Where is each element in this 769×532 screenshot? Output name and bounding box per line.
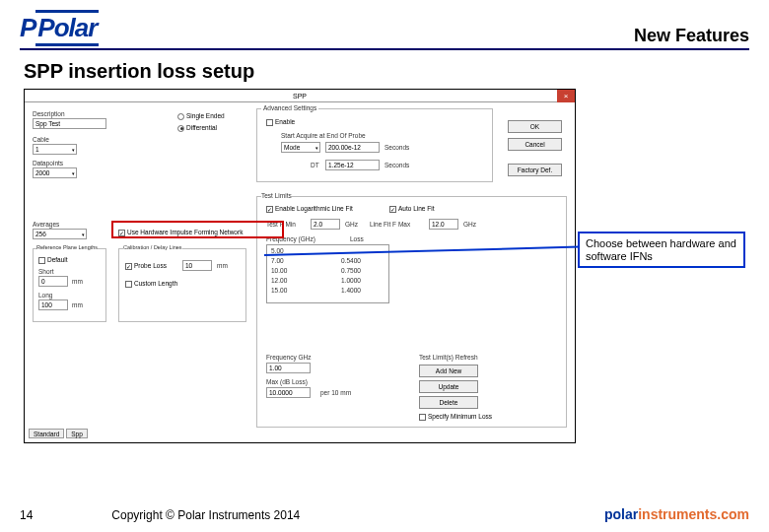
calibration-label: Calibration / Delay Lines <box>123 244 182 250</box>
enable-checkbox[interactable]: Enable <box>266 118 295 126</box>
table-row: 10.00 <box>271 267 287 274</box>
new-features-label: New Features <box>634 26 749 46</box>
datapoints-label: Datapoints <box>33 160 63 166</box>
seconds-label-2: Seconds <box>384 162 409 168</box>
table-row: 7.00 <box>271 257 284 264</box>
start-value-input[interactable]: 200.00e-12 <box>325 142 380 153</box>
description-input[interactable]: Spp Test <box>33 118 106 129</box>
mode-select[interactable]: Mode <box>281 142 320 153</box>
per10mm-label: per 10 mm <box>320 389 351 396</box>
ref-plane-label: Reference Plane Lengths <box>36 244 98 250</box>
seconds-label-1: Seconds <box>384 144 409 151</box>
advanced-settings-label: Advanced Settings <box>261 104 318 111</box>
refresh-label: Test Limit(s) Refresh <box>419 354 478 361</box>
specmin-checkbox[interactable]: Specify Minimum Loss <box>419 413 492 421</box>
long-input[interactable]: 100 <box>38 299 68 310</box>
tab-standard[interactable]: Standard <box>29 429 64 438</box>
enable-logfit-checkbox[interactable]: ✓Enable Logarithmic Line Fit <box>266 205 353 213</box>
freqghz-label: Frequency GHz <box>266 354 312 361</box>
datapoints-select[interactable]: 2000 <box>33 167 77 178</box>
dialog-title: SPP <box>293 93 307 100</box>
custom-length-checkbox[interactable]: Custom Length <box>125 280 177 288</box>
averages-select[interactable]: 256 <box>33 229 87 239</box>
calib-input[interactable]: 10 <box>182 260 212 271</box>
cancel-button[interactable]: Cancel <box>508 138 562 151</box>
cable-select[interactable]: 1 <box>33 144 77 155</box>
default-checkbox[interactable]: Default <box>38 256 68 264</box>
callout-box: Choose between hardware and software IFN… <box>578 232 745 268</box>
dt-label: DT <box>311 162 319 168</box>
maxdb-label: Max (dB Loss) <box>266 378 308 385</box>
loss-col-header: Loss <box>350 235 364 242</box>
ok-button[interactable]: OK <box>508 120 562 133</box>
logo: PPolar <box>20 10 99 46</box>
testfmin-input[interactable]: 2.0 <box>311 219 340 230</box>
page-title: SPP insertion loss setup <box>24 60 749 83</box>
tab-spp[interactable]: Spp <box>66 429 88 438</box>
page-number: 14 <box>20 508 33 522</box>
table-row: 15.00 <box>271 287 287 294</box>
close-button[interactable]: × <box>557 90 575 102</box>
long-label: Long <box>38 292 52 299</box>
factory-button[interactable]: Factory Def. <box>508 164 562 176</box>
delete-button[interactable]: Delete <box>419 396 478 409</box>
cable-label: Cable <box>33 136 49 143</box>
start-acquire-label: Start Acquire at End Of Probe <box>281 132 366 139</box>
brand-url: polarinstruments.com <box>604 506 749 522</box>
linefitmax-label: Line Fit F Max <box>370 221 410 228</box>
probe-loss-checkbox[interactable]: ✓Probe Loss <box>125 262 167 270</box>
spp-dialog: SPP × Description Spp Test Cable 1 Datap… <box>24 89 576 443</box>
addnew-button[interactable]: Add New <box>419 365 478 377</box>
mm-label-3: mm <box>217 262 228 269</box>
averages-label: Averages <box>33 221 59 228</box>
mm-label-1: mm <box>72 278 83 285</box>
header: PPolar New Features <box>20 10 749 50</box>
update-button[interactable]: Update <box>419 380 478 393</box>
dt-input[interactable]: 1.25e-12 <box>325 160 380 170</box>
ghz-label-1: GHz <box>345 221 358 228</box>
autoline-checkbox[interactable]: ✓Auto Line Fit <box>389 205 435 213</box>
single-ended-radio[interactable]: Single Ended <box>177 112 225 120</box>
mm-label-2: mm <box>72 301 83 308</box>
maxdb-input[interactable]: 10.0000 <box>266 387 311 398</box>
tabs: Standard Spp <box>29 429 88 438</box>
ghz-label-2: GHz <box>463 221 476 228</box>
freqghz-input[interactable]: 1.00 <box>266 363 311 373</box>
short-label: Short <box>38 268 54 275</box>
differential-radio[interactable]: Differential <box>177 124 217 132</box>
red-highlight <box>111 221 284 238</box>
copyright: Copyright © Polar Instruments 2014 <box>111 508 300 522</box>
short-input[interactable]: 0 <box>38 276 68 287</box>
description-label: Description <box>33 110 65 117</box>
dialog-titlebar: SPP × <box>25 90 575 102</box>
table-row: 12.00 <box>271 277 287 284</box>
test-limits-label: Test Limits <box>261 192 292 199</box>
linefitmax-input[interactable]: 12.0 <box>429 219 458 230</box>
